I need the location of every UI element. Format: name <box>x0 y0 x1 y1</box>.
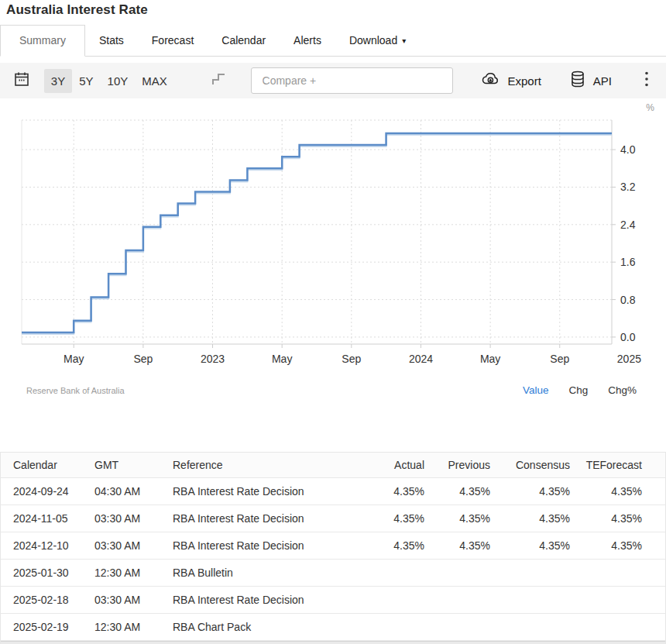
cell-teforecast: 4.35% <box>578 478 665 505</box>
cell-consensus: 4.35% <box>498 532 578 560</box>
tab-download[interactable]: Download▾ <box>335 25 420 57</box>
cell-previous: 4.35% <box>432 478 498 505</box>
tab-forecast[interactable]: Forecast <box>138 25 208 57</box>
svg-text:2025: 2025 <box>617 353 641 365</box>
range-3y-button[interactable]: 3Y <box>44 69 72 93</box>
cell-actual: 4.35% <box>364 532 432 560</box>
col-header-actual[interactable]: Actual <box>364 453 432 478</box>
cell-calendar-date[interactable]: 2024-12-10 <box>1 532 87 560</box>
chart-type-button[interactable] <box>205 69 232 92</box>
svg-text:May: May <box>272 353 292 365</box>
svg-text:2023: 2023 <box>201 353 225 365</box>
cell-gmt-time: 12:30 AM <box>87 614 165 641</box>
cell-actual <box>364 614 432 641</box>
cell-reference[interactable]: RBA Interest Rate Decision <box>165 505 364 532</box>
chart-toolbar: 3Y 5Y 10Y MAX Export <box>0 63 666 98</box>
svg-text:May: May <box>480 353 500 365</box>
tab-calendar[interactable]: Calendar <box>208 25 280 57</box>
cell-calendar-date[interactable]: 2025-02-19 <box>1 614 87 641</box>
range-max-button[interactable]: MAX <box>135 69 174 93</box>
cell-consensus <box>498 614 578 641</box>
api-label: API <box>593 74 612 88</box>
table-row[interactable]: 2024-09-24 04:30 AM RBA Interest Rate De… <box>1 478 665 505</box>
cell-consensus: 4.35% <box>498 505 578 532</box>
api-button[interactable]: API <box>569 70 612 91</box>
cell-calendar-date[interactable]: 2024-11-05 <box>1 505 87 532</box>
compare-input[interactable] <box>251 67 454 94</box>
toolbar-right: Export API <box>453 70 655 91</box>
cell-gmt-time: 03:30 AM <box>87 505 165 532</box>
tab-download-label: Download <box>349 34 397 46</box>
cell-teforecast: 4.35% <box>578 532 665 560</box>
mode-value-link[interactable]: Value <box>523 384 549 396</box>
cell-previous <box>432 587 498 614</box>
table-row[interactable]: 2024-12-10 03:30 AM RBA Interest Rate De… <box>1 532 665 560</box>
kebab-menu-icon <box>644 71 649 91</box>
page-title: Australia Interest Rate <box>0 0 666 18</box>
svg-text:Sep: Sep <box>342 353 361 365</box>
chart-area: 0.00.81.62.43.24.0MaySep2023MaySep2024Ma… <box>0 98 666 377</box>
more-options-button[interactable] <box>638 71 655 91</box>
col-header-teforecast[interactable]: TEForecast <box>578 453 665 478</box>
svg-text:2.4: 2.4 <box>620 219 636 231</box>
tab-alerts[interactable]: Alerts <box>280 25 335 57</box>
cell-gmt-time: 03:30 AM <box>87 532 165 560</box>
caret-down-icon: ▾ <box>402 36 406 45</box>
table-row[interactable]: 2025-02-19 12:30 AM RBA Chart Pack <box>1 614 665 641</box>
cell-previous <box>432 614 498 641</box>
chart-footer: Reserve Bank of Australia Value Chg Chg% <box>0 377 666 416</box>
cell-consensus: 4.35% <box>498 478 578 505</box>
cell-reference[interactable]: RBA Interest Rate Decision <box>165 587 364 614</box>
svg-text:0.0: 0.0 <box>620 331 636 343</box>
cell-previous: 4.35% <box>432 505 498 532</box>
svg-text:Sep: Sep <box>550 353 569 365</box>
col-header-previous[interactable]: Previous <box>432 453 498 478</box>
cell-reference[interactable]: RBA Bulletin <box>165 560 364 587</box>
cell-consensus <box>498 560 578 587</box>
cell-reference[interactable]: RBA Interest Rate Decision <box>165 478 364 505</box>
range-10y-button[interactable]: 10Y <box>101 69 136 93</box>
tab-summary[interactable]: Summary <box>0 25 85 57</box>
svg-text:Sep: Sep <box>133 353 153 365</box>
cell-teforecast <box>578 587 665 614</box>
calendar-icon <box>12 70 31 91</box>
export-button[interactable]: Export <box>481 71 541 91</box>
tab-stats[interactable]: Stats <box>85 25 138 57</box>
cell-reference[interactable]: RBA Interest Rate Decision <box>165 532 364 560</box>
range-selector: 3Y 5Y 10Y MAX <box>44 69 174 93</box>
interest-rate-chart[interactable]: 0.00.81.62.43.24.0MaySep2023MaySep2024Ma… <box>0 98 666 374</box>
cell-actual: 4.35% <box>364 505 432 532</box>
next-row-partial <box>1 641 665 644</box>
cell-calendar-date[interactable]: 2025-01-30 <box>1 560 87 587</box>
col-header-calendar[interactable]: Calendar <box>1 453 87 478</box>
cell-calendar-date[interactable]: 2024-09-24 <box>1 478 87 505</box>
svg-text:1.6: 1.6 <box>620 256 636 268</box>
table-row[interactable]: 2025-02-18 03:30 AM RBA Interest Rate De… <box>1 587 665 614</box>
mode-chg-link[interactable]: Chg <box>568 384 588 396</box>
svg-text:%: % <box>646 102 654 113</box>
calendar-table: Calendar GMT Reference Actual Previous C… <box>1 453 665 641</box>
cell-gmt-time: 12:30 AM <box>87 560 165 587</box>
col-header-consensus[interactable]: Consensus <box>498 453 578 478</box>
svg-text:2024: 2024 <box>409 353 433 365</box>
chart-mode-switcher: Value Chg Chg% <box>523 384 637 396</box>
step-line-icon <box>209 71 228 91</box>
cell-gmt-time: 04:30 AM <box>87 478 165 505</box>
svg-text:4.0: 4.0 <box>620 143 636 156</box>
date-range-calendar-button[interactable] <box>9 67 35 94</box>
svg-text:0.8: 0.8 <box>620 294 636 306</box>
cell-teforecast: 4.35% <box>578 505 665 532</box>
col-header-gmt[interactable]: GMT <box>87 453 165 478</box>
cell-actual <box>364 560 432 587</box>
cell-gmt-time: 03:30 AM <box>87 587 165 614</box>
table-row[interactable]: 2025-01-30 12:30 AM RBA Bulletin <box>1 560 665 587</box>
cell-consensus <box>498 587 578 614</box>
table-row[interactable]: 2024-11-05 03:30 AM RBA Interest Rate De… <box>1 505 665 532</box>
cell-reference[interactable]: RBA Chart Pack <box>165 614 364 641</box>
mode-chgpct-link[interactable]: Chg% <box>608 384 637 396</box>
table-header-row: Calendar GMT Reference Actual Previous C… <box>1 453 665 478</box>
col-header-reference[interactable]: Reference <box>165 453 364 478</box>
database-icon <box>569 70 586 91</box>
range-5y-button[interactable]: 5Y <box>72 69 100 93</box>
cell-calendar-date[interactable]: 2025-02-18 <box>1 587 87 614</box>
